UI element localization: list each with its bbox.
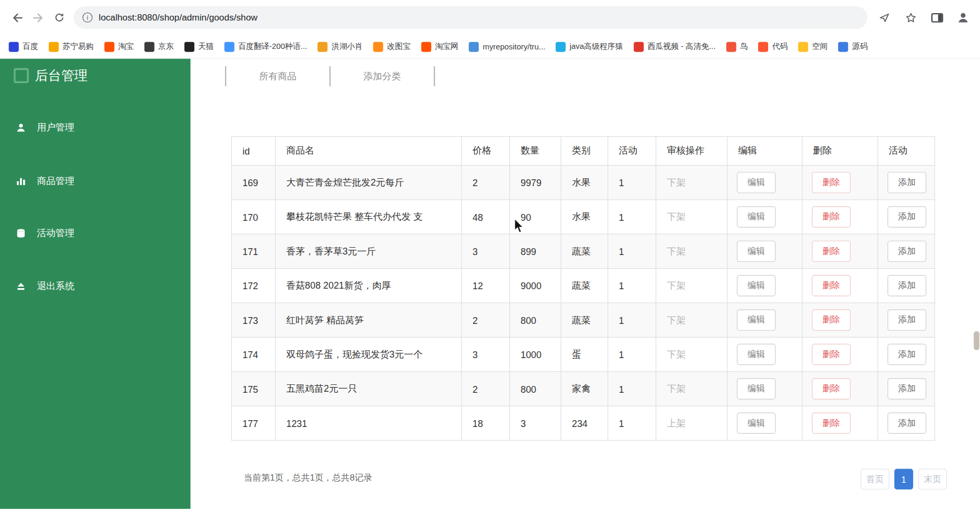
- share-icon: [879, 12, 890, 23]
- sidebar-item-user-management[interactable]: 用户管理: [16, 120, 75, 134]
- edit-button[interactable]: 编辑: [737, 206, 776, 227]
- bookmark-item[interactable]: 淘宝网: [421, 41, 458, 52]
- bookmark-item[interactable]: java高级程序猿: [556, 41, 623, 52]
- edit-button[interactable]: 编辑: [737, 172, 776, 193]
- first-page-button[interactable]: 首页: [861, 469, 890, 490]
- bookmark-item[interactable]: 空间: [799, 41, 828, 52]
- cell-qty: 3: [509, 406, 560, 440]
- column-header: 审核操作: [656, 137, 728, 166]
- add-button[interactable]: 添加: [887, 413, 926, 434]
- eject-icon: [16, 281, 26, 291]
- edit-button[interactable]: 编辑: [737, 241, 776, 262]
- forward-button[interactable]: [27, 7, 48, 28]
- sidebar-item-label: 用户管理: [37, 121, 74, 134]
- edit-button[interactable]: 编辑: [737, 275, 776, 296]
- bookmark-item[interactable]: 源码: [839, 41, 868, 52]
- cell-activity: 1: [608, 165, 656, 199]
- bookmark-label: 代码: [772, 41, 788, 52]
- delete-button[interactable]: 删除: [812, 241, 851, 262]
- delete-button[interactable]: 删除: [812, 309, 851, 330]
- add-button[interactable]: 添加: [887, 344, 926, 365]
- cell-qty: 90: [509, 200, 560, 234]
- cell-name: 1231: [275, 406, 462, 440]
- cell-id: 174: [231, 337, 275, 371]
- table-row: 172香菇808 2021新货，肉厚129000蔬菜1下架编辑删除添加: [231, 269, 934, 303]
- cell-price: 2: [462, 372, 510, 406]
- add-button[interactable]: 添加: [887, 206, 926, 227]
- bookmark-label: 苏宁易购: [63, 41, 94, 52]
- profile-button[interactable]: [953, 7, 974, 28]
- bookmark-item[interactable]: 代码: [759, 41, 788, 52]
- address-bar[interactable]: i localhost:8080/shop/admin/goods/show: [74, 6, 867, 29]
- add-button[interactable]: 添加: [887, 309, 926, 330]
- edit-button[interactable]: 编辑: [737, 378, 776, 399]
- bookmark-item[interactable]: 改图宝: [373, 41, 411, 52]
- add-button[interactable]: 添加: [887, 378, 926, 399]
- bookmark-item[interactable]: 淘宝: [105, 41, 134, 52]
- add-button[interactable]: 添加: [887, 241, 926, 262]
- side-panel-button[interactable]: [926, 7, 947, 28]
- table-row: 175五黑鸡苗2元一只2800家禽1下架编辑删除添加: [231, 372, 934, 406]
- bar-chart-icon: [16, 175, 26, 186]
- sidebar-item-goods-management[interactable]: 商品管理: [16, 174, 75, 187]
- bookmark-item[interactable]: 西瓜视频 - 高清免...: [634, 41, 716, 52]
- bookmark-item[interactable]: 苏宁易购: [49, 41, 94, 52]
- delete-button[interactable]: 删除: [812, 206, 851, 227]
- action-cell: 删除: [802, 165, 878, 199]
- bookmark-item[interactable]: 鸟: [726, 41, 748, 52]
- edit-button[interactable]: 编辑: [737, 309, 776, 330]
- add-button[interactable]: 添加: [887, 172, 926, 193]
- last-page-button[interactable]: 末页: [918, 469, 947, 490]
- bookmark-item[interactable]: 天猫: [185, 41, 214, 52]
- action-cell: 添加: [878, 200, 935, 234]
- back-arrow-icon: [11, 12, 23, 24]
- delete-button[interactable]: 删除: [812, 413, 851, 434]
- edit-button[interactable]: 编辑: [737, 344, 776, 365]
- cell-category: 家禽: [561, 372, 608, 406]
- page-content: 后台管理 用户管理 商品管理 活动管理: [0, 59, 980, 509]
- cell-qty: 899: [509, 234, 560, 268]
- bookmark-item[interactable]: 洪湖小肖: [318, 41, 363, 52]
- delete-button[interactable]: 删除: [812, 172, 851, 193]
- action-cell: 编辑: [727, 303, 802, 337]
- sidebar-item-activity-management[interactable]: 活动管理: [16, 226, 75, 240]
- refresh-icon: [54, 12, 65, 23]
- share-button[interactable]: [874, 7, 895, 28]
- delete-button[interactable]: 删除: [812, 378, 851, 399]
- bookmark-star-button[interactable]: [900, 7, 921, 28]
- scrollbar-thumb[interactable]: [974, 331, 979, 350]
- sidebar-item-logout[interactable]: 退出系统: [16, 279, 75, 293]
- cell-activity: 1: [608, 372, 656, 406]
- bookmark-item[interactable]: 百度: [9, 41, 38, 52]
- profile-icon: [957, 11, 969, 24]
- bookmark-item[interactable]: 百度翻译-200种语...: [224, 41, 307, 52]
- browser-window: i localhost:8080/shop/admin/goods/show 百…: [0, 0, 980, 509]
- tab-add-category[interactable]: 添加分类: [331, 70, 434, 83]
- delete-button[interactable]: 删除: [812, 275, 851, 296]
- action-cell: 删除: [802, 234, 878, 268]
- cell-activity: 1: [608, 303, 656, 337]
- sidebar-item-label: 退出系统: [37, 280, 74, 292]
- cell-qty: 9979: [509, 165, 560, 199]
- cell-qty: 9000: [509, 269, 560, 303]
- refresh-button[interactable]: [49, 7, 70, 28]
- delete-button[interactable]: 删除: [812, 344, 851, 365]
- bookmark-label: 空间: [812, 41, 828, 52]
- add-button[interactable]: 添加: [887, 275, 926, 296]
- site-info-icon[interactable]: i: [83, 13, 93, 23]
- cell-price: 2: [462, 165, 510, 199]
- audit-status: 上架: [656, 406, 728, 440]
- cell-activity: 1: [608, 406, 656, 440]
- bookmark-item[interactable]: 京东: [145, 41, 174, 52]
- edit-button[interactable]: 编辑: [737, 413, 776, 434]
- audit-status: 下架: [656, 372, 728, 406]
- tab-all-goods[interactable]: 所有商品: [226, 70, 329, 83]
- bookmark-item[interactable]: myrepository/tru...: [469, 42, 545, 52]
- back-button[interactable]: [6, 7, 27, 28]
- action-cell: 编辑: [727, 372, 802, 406]
- current-page-button[interactable]: 1: [894, 469, 913, 490]
- column-header: 删除: [802, 137, 878, 166]
- action-cell: 添加: [878, 303, 935, 337]
- bookmark-label: 百度: [23, 41, 38, 52]
- cell-qty: 800: [509, 303, 560, 337]
